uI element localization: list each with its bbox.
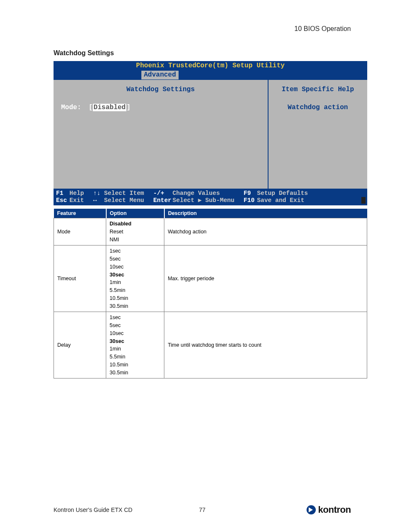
cell-option: 1sec5sec10sec30sec1min5.5min10.5min30.5m…	[106, 312, 164, 379]
bios-screenshot: Phoenix TrustedCore(tm) Setup Utility Ad…	[54, 61, 367, 205]
cell-feature: Delay	[54, 312, 106, 379]
table-row: ModeDisabledResetNMIWatchdog action	[54, 218, 367, 246]
cell-option: 1sec5sec10sec30sec1min5.5min10.5min30.5m…	[106, 246, 164, 312]
bios-help-text: Watchdog action	[273, 104, 363, 112]
bios-left-pane: Watchdog Settings Mode: [Disabled]	[54, 80, 269, 197]
table-row: Timeout1sec5sec10sec30sec1min5.5min10.5m…	[54, 246, 367, 312]
cursor-icon	[361, 197, 366, 204]
cell-description: Max. trigger periode	[164, 246, 367, 312]
bios-right-pane: Item Specific Help Watchdog action	[269, 80, 367, 197]
brand-logo: kontron	[307, 504, 351, 515]
bios-tab-advanced: Advanced	[141, 71, 179, 79]
bios-footer: F1Help EscExit ↑↓Select Item ↔Select Men…	[54, 189, 367, 205]
section-title: Watchdog Settings	[54, 49, 351, 57]
bios-help-title: Item Specific Help	[273, 86, 363, 94]
th-option: Option	[106, 209, 164, 218]
table-header-row: Feature Option Description	[54, 209, 367, 218]
bios-mode-label: Mode:	[61, 104, 81, 112]
bios-mode-value: [Disabled]	[89, 104, 130, 112]
th-feature: Feature	[54, 209, 106, 218]
page-footer: Kontron User's Guide ETX CD 77 kontron	[54, 504, 351, 515]
bios-left-title: Watchdog Settings	[61, 86, 260, 94]
cell-description: Watchdog action	[164, 218, 367, 246]
footer-guide: Kontron User's Guide ETX CD	[54, 506, 133, 513]
feature-table: Feature Option Description ModeDisabledR…	[54, 209, 367, 379]
th-description: Description	[164, 209, 367, 218]
brand-logo-icon	[307, 505, 316, 514]
cell-description: Time until watchdog timer starts to coun…	[164, 312, 367, 379]
cell-option: DisabledResetNMI	[106, 218, 164, 246]
bios-tab-row: Advanced	[54, 71, 367, 80]
footer-page-number: 77	[199, 506, 206, 513]
table-row: Delay1sec5sec10sec30sec1min5.5min10.5min…	[54, 312, 367, 379]
chapter-heading: 10 BIOS Operation	[54, 25, 351, 33]
cell-feature: Mode	[54, 218, 106, 246]
brand-logo-text: kontron	[318, 504, 351, 515]
bios-header: Phoenix TrustedCore(tm) Setup Utility	[54, 61, 367, 71]
cell-feature: Timeout	[54, 246, 106, 312]
